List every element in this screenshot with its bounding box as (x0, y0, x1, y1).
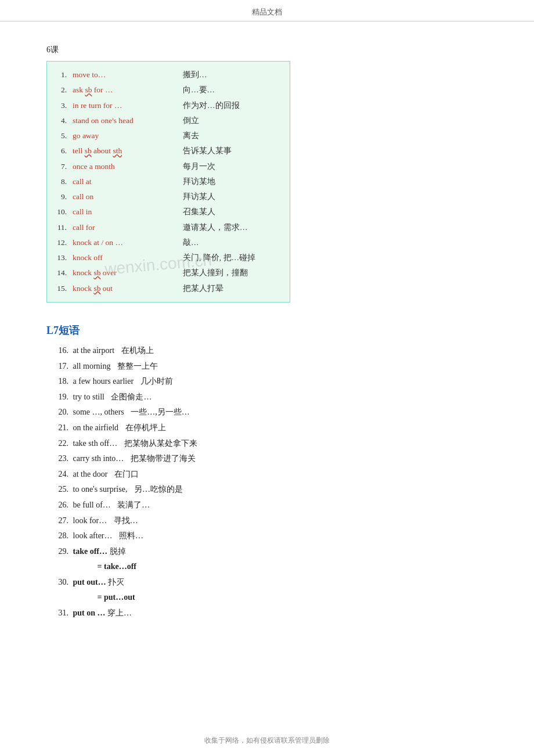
item-phrase-en: on the airfield (73, 423, 119, 432)
row-num: 14. (53, 265, 69, 280)
item-phrase-en: put on … (73, 609, 106, 617)
item-num: 21. (52, 420, 68, 436)
item-phrase-cn: 穿上… (106, 609, 132, 617)
item-phrase-cn: 整整一上午 (115, 362, 158, 370)
table-row: 10.call in召集某人 (53, 204, 280, 219)
row-num: 2. (53, 82, 69, 98)
row-phrase-en: knock off (69, 250, 179, 265)
row-num: 5. (53, 128, 69, 143)
item-phrase-en: = take…off (98, 562, 136, 571)
list-item: = take…off (77, 559, 488, 575)
footer-text: 收集于网络，如有侵权请联系管理员删除 (204, 736, 330, 744)
row-phrase-en: ask sb for … (69, 82, 179, 98)
row-meaning-cn: 告诉某人某事 (179, 143, 280, 159)
list-item: 31. put on … 穿上… (52, 606, 488, 621)
row-meaning-cn: 拜访某人 (179, 189, 280, 204)
item-phrase-cn: 把某物带进了海关 (128, 454, 196, 463)
row-num: 13. (53, 250, 69, 265)
item-phrase-en: at the airport (73, 346, 115, 355)
item-num: 24. (52, 467, 68, 483)
item-phrase-en: take sth off… (73, 439, 118, 448)
row-meaning-cn: 向…要… (179, 82, 280, 98)
row-meaning-cn: 把某人打晕 (179, 281, 280, 296)
item-phrase-en: try to still (73, 393, 104, 401)
item-num: 20. (52, 405, 68, 420)
table-row: 4.stand on one's head倒立 (53, 113, 280, 128)
item-phrase-cn: 在停机坪上 (123, 423, 166, 432)
item-num: 17. (52, 359, 68, 375)
item-phrase-en: look for… (73, 516, 107, 525)
row-meaning-cn: 作为对…的回报 (179, 98, 280, 113)
list-item: 29. take off… 脱掉 (52, 544, 488, 560)
item-phrase-en: = put…out (98, 593, 135, 602)
row-meaning-cn: 敲… (179, 235, 280, 250)
row-num: 7. (53, 159, 69, 174)
row-meaning-cn: 关门, 降价, 把…碰掉 (179, 250, 280, 265)
row-phrase-en: knock sb over (69, 265, 179, 280)
row-phrase-en: stand on one's head (69, 113, 179, 128)
row-meaning-cn: 把某人撞到，撞翻 (179, 265, 280, 280)
item-phrase-en: put out… (73, 578, 106, 586)
item-phrase-cn: 在机场上 (119, 346, 154, 355)
item-phrase-en: look after… (73, 531, 113, 540)
row-num: 12. (53, 235, 69, 250)
item-phrase-cn: 装满了… (116, 501, 150, 509)
list-item: 20. some …, others 一些…,另一些… (52, 405, 488, 420)
table-row: 8.call at拜访某地 (53, 174, 280, 189)
row-meaning-cn: 离去 (179, 128, 280, 143)
table-row: 6.tell sb about sth告诉某人某事 (53, 143, 280, 159)
row-phrase-en: call on (69, 189, 179, 204)
row-num: 8. (53, 174, 69, 189)
row-num: 3. (53, 98, 69, 113)
list-item: 26. be full of… 装满了… (52, 498, 488, 513)
item-num: 19. (52, 390, 68, 405)
row-meaning-cn: 倒立 (179, 113, 280, 128)
lesson6-table: 1.move to…搬到…2.ask sb for …向…要…3.in re t… (53, 67, 280, 296)
item-phrase-cn: 几小时前 (138, 377, 173, 386)
row-meaning-cn: 邀请某人，需求… (179, 220, 280, 235)
row-phrase-en: knock at / on … (69, 235, 179, 250)
item-phrase-en: some …, others (73, 408, 124, 416)
item-num: 28. (52, 528, 68, 544)
table-row: 2.ask sb for …向…要… (53, 82, 280, 98)
list-item: 22. take sth off… 把某物从某处拿下来 (52, 436, 488, 452)
item-phrase-en: all morning (73, 362, 111, 370)
table-row: 11.call for邀请某人，需求… (53, 220, 280, 235)
table-row: 3.in re turn for …作为对…的回报 (53, 98, 280, 113)
item-num: 23. (52, 451, 68, 467)
row-phrase-en: call at (69, 174, 179, 189)
list-item: 18. a few hours earlier 几小时前 (52, 374, 488, 390)
item-num: 16. (52, 343, 68, 359)
page-footer: 收集于网络，如有侵权请联系管理员删除 (0, 736, 534, 746)
item-num: 29. (52, 544, 68, 560)
item-num: 22. (52, 436, 68, 452)
list-item: 30. put out… 扑灭 (52, 575, 488, 591)
item-phrase-en: be full of… (73, 501, 111, 509)
table-row: 12.knock at / on …敲… (53, 235, 280, 250)
lesson7-list: 16. at the airport 在机场上17. all morning 整… (46, 343, 488, 621)
table-row: 14.knock sb over把某人撞到，撞翻 (53, 265, 280, 280)
row-num: 4. (53, 113, 69, 128)
row-meaning-cn: 拜访某地 (179, 174, 280, 189)
row-phrase-en: call for (69, 220, 179, 235)
item-num: 30. (52, 575, 68, 591)
item-phrase-cn: 寻找… (111, 516, 138, 525)
list-item: 21. on the airfield 在停机坪上 (52, 420, 488, 436)
item-num: 25. (52, 482, 68, 498)
list-item: 24. at the door 在门口 (52, 467, 488, 483)
row-phrase-en: call in (69, 204, 179, 219)
table-row: 7.once a month每月一次 (53, 159, 280, 174)
list-item: 19. try to still 企图偷走… (52, 390, 488, 405)
item-phrase-cn: 一些…,另一些… (129, 408, 190, 416)
item-num: 27. (52, 513, 68, 529)
item-phrase-en: a few hours earlier (73, 377, 134, 386)
row-phrase-en: go away (69, 128, 179, 143)
list-item: 28. look after… 照料… (52, 528, 488, 544)
item-phrase-cn: 另…吃惊的是 (132, 485, 183, 494)
item-phrase-cn: 企图偷走… (109, 393, 152, 401)
table-row: 9.call on拜访某人 (53, 189, 280, 204)
row-phrase-en: in re turn for … (69, 98, 179, 113)
header-title: 精品文档 (252, 8, 282, 16)
table-row: 13.knock off关门, 降价, 把…碰掉 (53, 250, 280, 265)
item-num: 18. (52, 374, 68, 390)
